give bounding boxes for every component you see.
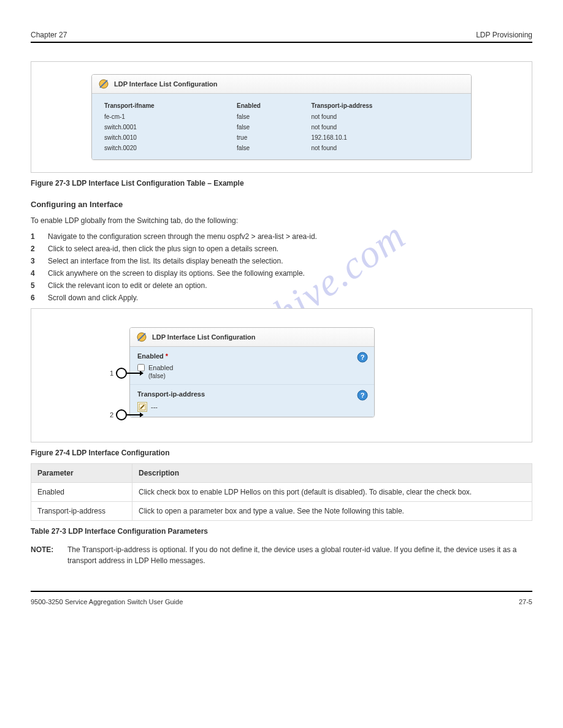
figure-1-caption: Figure 27-3 LDP Interface List Configura… bbox=[31, 179, 532, 188]
help-icon[interactable]: ? bbox=[357, 390, 368, 403]
cell-enabled: false bbox=[232, 143, 306, 153]
note-text: The Transport-ip-address is optional. If… bbox=[67, 545, 516, 565]
col-header: Description bbox=[132, 464, 532, 483]
footer-left: 9500-3250 Service Aggregation Switch Use… bbox=[31, 598, 183, 605]
callout-2: 2 bbox=[110, 409, 143, 420]
step-text: Scroll down and click Apply. bbox=[48, 294, 138, 302]
step-number: 6 bbox=[31, 294, 42, 302]
step-list: 1Navigate to the configuration screen th… bbox=[31, 232, 532, 302]
svg-text:?: ? bbox=[361, 392, 365, 399]
field-label: Enabled * bbox=[137, 352, 168, 360]
field-label: Transport-ip-address bbox=[137, 390, 205, 398]
svg-text:?: ? bbox=[361, 354, 365, 361]
callout-1: 1 bbox=[110, 368, 143, 379]
cell-enabled: false bbox=[232, 112, 306, 122]
help-icon[interactable]: ? bbox=[357, 352, 368, 365]
panel-title: LDP Interface List Configuration bbox=[152, 333, 255, 341]
list-item: 3Select an interface from the list. Its … bbox=[31, 257, 532, 265]
param-desc: Click to open a parameter box and type a… bbox=[132, 502, 532, 521]
checkbox-label: Enabled bbox=[148, 364, 173, 371]
col-header: Parameter bbox=[31, 464, 132, 483]
callout-number: 1 bbox=[110, 370, 113, 377]
col-header[interactable]: Transport-ifname bbox=[99, 100, 232, 112]
table-row[interactable]: switch.0020 false not found bbox=[99, 143, 464, 153]
param-name: Transport-ip-address bbox=[31, 502, 132, 521]
section-heading: Configuring an Interface bbox=[31, 200, 532, 209]
cell-ifname: switch.0001 bbox=[99, 122, 232, 132]
figure-1-box: LDP Interface List Configuration Transpo… bbox=[31, 61, 532, 173]
cell-addr: not found bbox=[306, 143, 464, 153]
table-row[interactable]: switch.0010 true 192.168.10.1 bbox=[99, 132, 464, 143]
list-item: 1Navigate to the configuration screen th… bbox=[31, 232, 532, 241]
step-number: 3 bbox=[31, 257, 42, 265]
col-header[interactable]: Enabled bbox=[232, 100, 306, 112]
panel-icon bbox=[98, 78, 109, 89]
chapter-label: Chapter 27 bbox=[31, 31, 67, 39]
callout-number: 2 bbox=[110, 411, 113, 419]
ldp-list-panel: LDP Interface List Configuration Transpo… bbox=[91, 74, 472, 160]
figure-2-caption: Figure 27-4 LDP Interface Configuration bbox=[31, 449, 532, 457]
parameter-table: Parameter Description Enabled Click chec… bbox=[31, 463, 532, 521]
cell-ifname: fe-cm-1 bbox=[99, 112, 232, 122]
list-item: 2Click to select area-id, then click the… bbox=[31, 245, 532, 253]
list-item: 6Scroll down and click Apply. bbox=[31, 294, 532, 302]
field-value: (false) bbox=[148, 373, 367, 379]
doc-title: LDP Provisioning bbox=[476, 31, 532, 39]
cell-enabled: false bbox=[232, 122, 306, 132]
step-text: Click the relevant icon to edit or delet… bbox=[48, 281, 207, 290]
page-footer: 9500-3250 Service Aggregation Switch Use… bbox=[31, 598, 532, 605]
step-number: 1 bbox=[31, 232, 42, 241]
form-row-transport-ip: Transport-ip-address ? --- bbox=[130, 384, 374, 417]
form-row-enabled: Enabled * ? Enabled (false) bbox=[130, 347, 374, 384]
page-container: Chapter 27 LDP Provisioning LDP Interfac… bbox=[0, 0, 563, 630]
cell-addr: not found bbox=[306, 122, 464, 132]
cell-addr: not found bbox=[306, 112, 464, 122]
panel-header: LDP Interface List Configuration bbox=[92, 75, 471, 94]
list-item: 5Click the relevant icon to edit or dele… bbox=[31, 281, 532, 290]
table-row: Transport-ip-address Click to open a par… bbox=[31, 502, 532, 521]
param-name: Enabled bbox=[31, 483, 132, 502]
figure-2-box: LDP Interface List Configuration Enabled… bbox=[31, 308, 532, 442]
param-desc: Click check box to enable LDP Hellos on … bbox=[132, 483, 532, 502]
table-row[interactable]: switch.0001 false not found bbox=[99, 122, 464, 132]
step-text: Click anywhere on the screen to display … bbox=[48, 269, 305, 278]
ldp-interface-table: Transport-ifname Enabled Transport-ip-ad… bbox=[99, 100, 464, 153]
top-rule bbox=[31, 42, 532, 43]
step-text: Navigate to the configuration screen thr… bbox=[48, 232, 317, 241]
table-row: Enabled Click check box to enable LDP He… bbox=[31, 483, 532, 502]
step-text: Click to select area-id, then click the … bbox=[48, 245, 278, 253]
list-item: 4Click anywhere on the screen to display… bbox=[31, 269, 532, 278]
footer-right: 27-5 bbox=[519, 598, 532, 605]
step-text: Select an interface from the list. Its d… bbox=[48, 257, 283, 265]
table-caption: Table 27-3 LDP Interface Configuration P… bbox=[31, 527, 532, 536]
cell-enabled: true bbox=[232, 132, 306, 143]
panel-icon bbox=[136, 332, 147, 343]
step-number: 4 bbox=[31, 269, 42, 278]
note-box: NOTE: The Transport-ip-address is option… bbox=[31, 544, 532, 566]
panel-header: LDP Interface List Configuration bbox=[130, 328, 374, 347]
col-header[interactable]: Transport-ip-address bbox=[306, 100, 464, 112]
intro-text: To enable LDP globally from the Switchin… bbox=[31, 215, 532, 226]
bottom-rule bbox=[31, 591, 532, 592]
panel-body: Transport-ifname Enabled Transport-ip-ad… bbox=[92, 94, 471, 159]
field-value: --- bbox=[151, 403, 158, 411]
table-row[interactable]: fe-cm-1 false not found bbox=[99, 112, 464, 122]
step-number: 5 bbox=[31, 281, 42, 290]
cell-ifname: switch.0010 bbox=[99, 132, 232, 143]
cell-ifname: switch.0020 bbox=[99, 143, 232, 153]
panel-body: Enabled * ? Enabled (false) Transport-ip… bbox=[130, 347, 374, 417]
panel-title: LDP Interface List Configuration bbox=[114, 80, 217, 88]
note-label: NOTE: bbox=[31, 544, 53, 555]
cell-addr: 192.168.10.1 bbox=[306, 132, 464, 143]
ldp-detail-panel: LDP Interface List Configuration Enabled… bbox=[129, 327, 375, 417]
step-number: 2 bbox=[31, 245, 42, 253]
